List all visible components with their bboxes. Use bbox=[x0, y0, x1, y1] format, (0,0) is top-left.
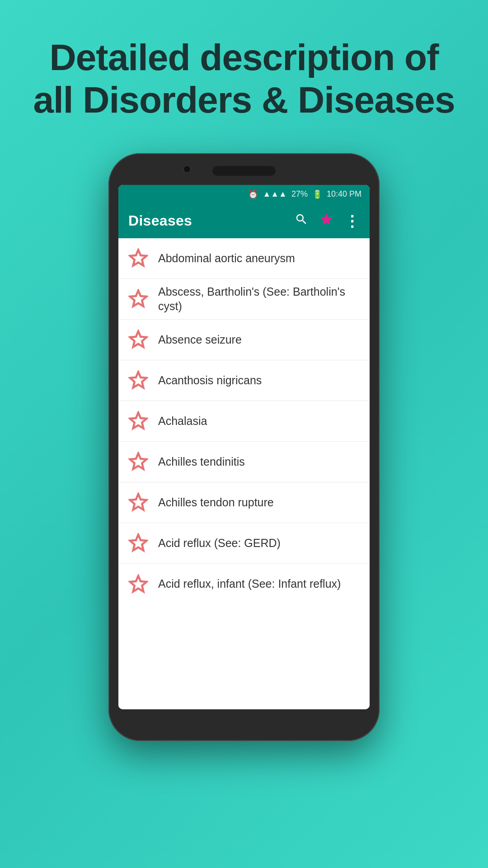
toolbar-title: Diseases bbox=[128, 212, 295, 229]
star-icon bbox=[128, 330, 148, 349]
page-header: Detailed description of all Disorders & … bbox=[0, 0, 488, 149]
app-toolbar: Diseases ⋮ bbox=[118, 204, 370, 238]
disease-name: Achilles tendon rupture bbox=[158, 495, 274, 510]
disease-name: Acid reflux (See: GERD) bbox=[158, 536, 281, 551]
disease-name: Achilles tendinitis bbox=[158, 454, 245, 469]
disease-name: Acanthosis nigricans bbox=[158, 373, 262, 388]
star-icon bbox=[128, 492, 148, 512]
phone-shell: ⏰ ▲▲▲ 27% 🔋 10:40 PM Diseases bbox=[108, 153, 380, 741]
star-icon bbox=[128, 452, 148, 472]
disease-name: Acid reflux, infant (See: Infant reflux) bbox=[158, 576, 341, 591]
list-item[interactable]: Absence seizure bbox=[118, 320, 370, 360]
list-item[interactable]: Abdominal aortic aneurysm bbox=[118, 238, 370, 279]
list-item[interactable]: Achilles tendinitis bbox=[118, 442, 370, 482]
disease-list: Abdominal aortic aneurysm Abscess, Barth… bbox=[118, 238, 370, 709]
list-item[interactable]: Acid reflux (See: GERD) bbox=[118, 523, 370, 564]
disease-name: Abscess, Bartholin's (See: Bartholin's c… bbox=[158, 284, 360, 314]
phone-mockup: ⏰ ▲▲▲ 27% 🔋 10:40 PM Diseases bbox=[108, 153, 380, 741]
list-item[interactable]: Achilles tendon rupture bbox=[118, 482, 370, 523]
alarm-icon: ⏰ bbox=[248, 189, 258, 199]
list-item[interactable]: Acid reflux, infant (See: Infant reflux) bbox=[118, 564, 370, 604]
disease-name: Achalasia bbox=[158, 414, 207, 429]
star-icon bbox=[128, 248, 148, 268]
star-icon bbox=[128, 574, 148, 594]
list-item[interactable]: Acanthosis nigricans bbox=[118, 360, 370, 401]
favorites-button[interactable] bbox=[319, 212, 333, 230]
clock-time: 10:40 PM bbox=[327, 189, 361, 199]
list-item[interactable]: Abscess, Bartholin's (See: Bartholin's c… bbox=[118, 279, 370, 320]
status-bar: ⏰ ▲▲▲ 27% 🔋 10:40 PM bbox=[118, 185, 370, 204]
phone-camera bbox=[183, 165, 191, 173]
disease-name: Abdominal aortic aneurysm bbox=[158, 251, 295, 266]
page-title: Detailed description of all Disorders & … bbox=[27, 36, 461, 122]
disease-name: Absence seizure bbox=[158, 332, 242, 347]
star-icon bbox=[128, 370, 148, 390]
star-icon bbox=[128, 411, 148, 431]
star-icon bbox=[128, 533, 148, 553]
toolbar-actions: ⋮ bbox=[295, 212, 360, 230]
more-options-button[interactable]: ⋮ bbox=[344, 212, 360, 230]
battery-percent: 27% bbox=[291, 189, 308, 199]
signal-icon: ▲▲▲ bbox=[263, 189, 286, 199]
search-button[interactable] bbox=[295, 212, 308, 229]
phone-speaker bbox=[212, 166, 276, 176]
phone-screen: ⏰ ▲▲▲ 27% 🔋 10:40 PM Diseases bbox=[118, 185, 370, 709]
list-item[interactable]: Achalasia bbox=[118, 401, 370, 442]
battery-icon: 🔋 bbox=[312, 189, 322, 199]
star-icon bbox=[128, 289, 148, 309]
